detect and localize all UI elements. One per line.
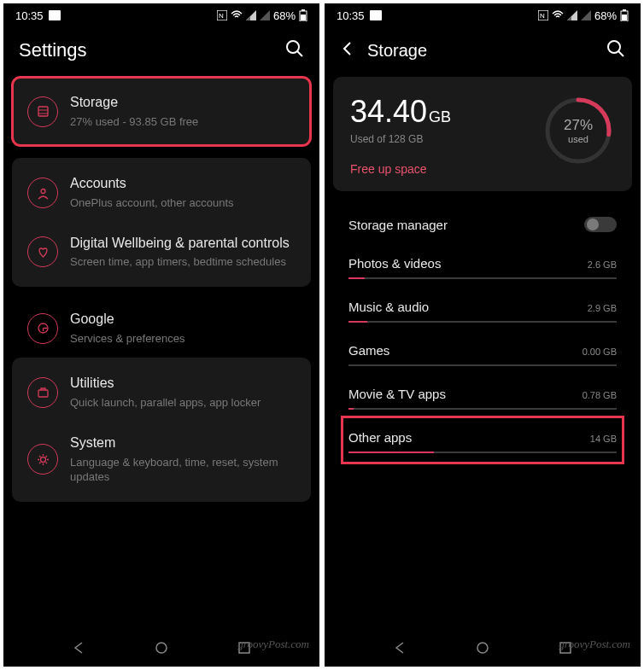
svg-point-14 bbox=[156, 643, 167, 653]
storage-used-of: Used of 128 GB bbox=[350, 133, 451, 145]
status-bar: 10:35 N 68% bbox=[3, 3, 319, 27]
back-button[interactable] bbox=[340, 41, 355, 60]
settings-list: Storage 27% used - 93.85 GB free Account… bbox=[3, 70, 319, 632]
account-icon bbox=[27, 178, 58, 208]
nav-bar bbox=[325, 632, 641, 667]
svg-rect-7 bbox=[38, 107, 48, 116]
nfc-icon: N bbox=[217, 10, 227, 20]
row-sub: Services & preferences bbox=[70, 331, 296, 347]
storage-icon bbox=[27, 96, 58, 127]
storage-content: 34.40 GB Used of 128 GB Free up space 27… bbox=[325, 70, 641, 632]
settings-row-account[interactable]: Accounts OnePlus account, other accounts bbox=[12, 163, 311, 222]
row-sub: Screen time, app timers, bedtime schedul… bbox=[70, 254, 296, 270]
header: Storage bbox=[325, 27, 641, 70]
status-right: N 68% bbox=[217, 9, 307, 22]
settings-row-google[interactable]: Google Services & preferences bbox=[12, 299, 311, 358]
storage-manager-row[interactable]: Storage manager bbox=[348, 203, 617, 244]
usage-gauge: 27% used bbox=[542, 94, 615, 167]
header: Settings bbox=[3, 27, 319, 70]
category-name: Games bbox=[348, 343, 389, 358]
system-icon bbox=[27, 444, 58, 475]
settings-group: Utilities Quick launch, parallel apps, a… bbox=[12, 358, 311, 501]
svg-line-6 bbox=[297, 51, 302, 56]
storage-category-row[interactable]: Games 0.00 GB bbox=[348, 331, 617, 375]
battery-icon bbox=[299, 9, 307, 21]
storage-manager-label: Storage manager bbox=[348, 218, 448, 232]
settings-row-heart[interactable]: Digital Wellbeing & parental controls Sc… bbox=[12, 223, 311, 282]
svg-text:N: N bbox=[540, 12, 545, 20]
storage-manager-toggle[interactable] bbox=[584, 217, 617, 232]
status-battery: 68% bbox=[273, 9, 296, 22]
storage-used-unit: GB bbox=[429, 108, 451, 126]
row-title: Accounts bbox=[70, 175, 296, 193]
storage-category-row[interactable]: Music & audio 2.9 GB bbox=[348, 288, 617, 331]
category-bar bbox=[348, 277, 617, 279]
svg-line-22 bbox=[618, 51, 624, 56]
nav-bar bbox=[3, 632, 319, 667]
svg-rect-26 bbox=[560, 643, 571, 653]
nav-recent[interactable] bbox=[237, 641, 251, 658]
settings-group: Google Services & preferences bbox=[12, 299, 311, 358]
search-icon bbox=[285, 39, 304, 58]
row-title: Utilities bbox=[70, 375, 296, 393]
search-icon bbox=[606, 39, 625, 58]
gauge-pct: 27% bbox=[564, 117, 593, 134]
category-bar bbox=[348, 452, 617, 453]
image-icon bbox=[370, 10, 382, 20]
phone-settings: 10:35 N 68% Settings Storage 27% used - … bbox=[3, 3, 319, 667]
storage-summary-card: 34.40 GB Used of 128 GB Free up space 27… bbox=[333, 77, 632, 191]
svg-point-21 bbox=[608, 41, 620, 53]
row-sub: Language & keyboard, time, reset, system… bbox=[70, 455, 296, 485]
status-time: 10:35 bbox=[337, 9, 365, 22]
search-button[interactable] bbox=[285, 39, 304, 61]
chevron-left-icon bbox=[340, 41, 355, 56]
row-sub: OnePlus account, other accounts bbox=[70, 195, 296, 211]
phone-storage: 10:35 N 68% Storage 34.4 bbox=[325, 3, 641, 667]
row-sub: 27% used - 93.85 GB free bbox=[70, 114, 296, 130]
google-icon bbox=[27, 313, 58, 344]
free-up-space-link[interactable]: Free up space bbox=[350, 162, 451, 176]
signal-icon bbox=[567, 10, 577, 20]
svg-point-10 bbox=[41, 189, 45, 193]
category-name: Other apps bbox=[348, 430, 412, 445]
nav-home[interactable] bbox=[155, 641, 168, 658]
nav-back[interactable] bbox=[72, 641, 85, 658]
settings-row-system[interactable]: System Language & keyboard, time, reset,… bbox=[12, 422, 311, 497]
svg-text:N: N bbox=[219, 12, 224, 20]
nav-recent[interactable] bbox=[559, 641, 572, 658]
nfc-icon: N bbox=[538, 10, 548, 20]
storage-category-row[interactable]: Photos & videos 2.6 GB bbox=[348, 244, 617, 288]
signal2-icon bbox=[260, 10, 270, 20]
category-bar bbox=[348, 321, 617, 323]
settings-row-utilities[interactable]: Utilities Quick launch, parallel apps, a… bbox=[12, 363, 311, 422]
row-title: Storage bbox=[70, 94, 296, 112]
page-title: Storage bbox=[367, 41, 427, 61]
nav-back[interactable] bbox=[393, 641, 407, 658]
svg-rect-12 bbox=[38, 390, 48, 397]
utilities-icon bbox=[27, 377, 58, 408]
category-name: Photos & videos bbox=[348, 256, 441, 271]
category-size: 0.78 GB bbox=[583, 390, 617, 400]
svg-point-5 bbox=[287, 41, 299, 53]
svg-rect-19 bbox=[623, 9, 626, 11]
status-bar: 10:35 N 68% bbox=[325, 3, 641, 27]
category-size: 0.00 GB bbox=[583, 347, 617, 357]
svg-rect-4 bbox=[301, 15, 306, 20]
storage-used: 34.40 GB bbox=[350, 94, 451, 130]
row-sub: Quick launch, parallel apps, app locker bbox=[70, 395, 296, 411]
row-title: System bbox=[70, 434, 296, 452]
settings-row-storage[interactable]: Storage 27% used - 93.85 GB free bbox=[12, 82, 311, 141]
battery-icon bbox=[620, 9, 629, 21]
search-button[interactable] bbox=[606, 39, 625, 61]
settings-group: Accounts OnePlus account, other accounts… bbox=[12, 158, 311, 287]
category-size: 2.9 GB bbox=[588, 303, 617, 313]
signal-icon bbox=[246, 10, 256, 20]
svg-rect-3 bbox=[302, 9, 305, 11]
storage-category-row[interactable]: Other apps 14 GB bbox=[343, 418, 622, 462]
status-battery: 68% bbox=[594, 9, 617, 22]
svg-rect-15 bbox=[239, 643, 249, 653]
category-name: Movie & TV apps bbox=[348, 387, 446, 401]
storage-category-row[interactable]: Movie & TV apps 0.78 GB bbox=[348, 375, 617, 418]
nav-home[interactable] bbox=[476, 641, 489, 658]
svg-point-25 bbox=[477, 643, 488, 653]
